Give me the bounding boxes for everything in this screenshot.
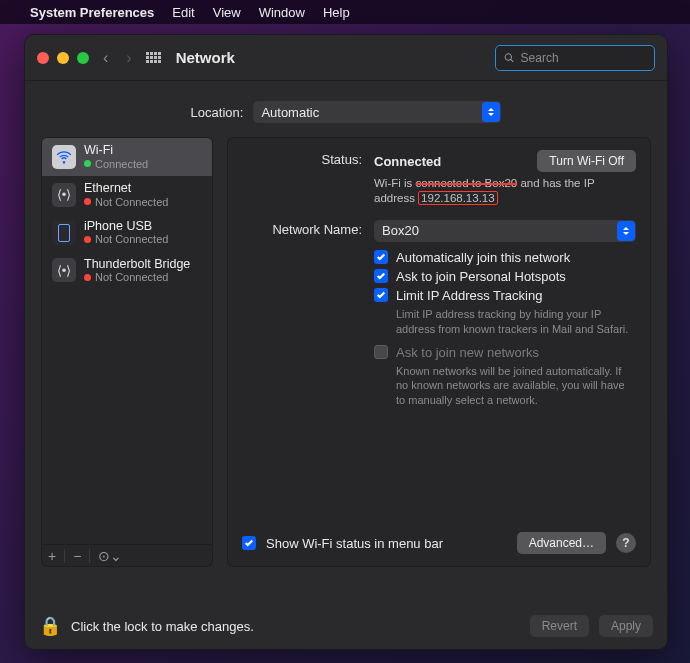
menu-view[interactable]: View [213, 5, 241, 20]
interface-status: Connected [95, 158, 148, 170]
help-button[interactable]: ? [616, 533, 636, 553]
network-name-value: Box20 [382, 223, 419, 238]
window-toolbar: ‹ › Network [25, 35, 667, 81]
popup-arrows-icon [482, 102, 500, 122]
limit-ip-checkbox[interactable] [374, 288, 388, 302]
highlighted-ip: 192.168.13.13 [418, 191, 498, 205]
interface-ethernet[interactable]: ⟨•⟩ Ethernet Not Connected [42, 176, 212, 214]
menu-edit[interactable]: Edit [172, 5, 194, 20]
remove-interface-button[interactable]: − [73, 549, 81, 563]
location-popup[interactable]: Automatic [253, 101, 501, 123]
status-dot-icon [84, 198, 91, 205]
status-value: Connected [374, 154, 441, 169]
location-label: Location: [191, 105, 244, 120]
back-button[interactable]: ‹ [99, 49, 112, 67]
turn-wifi-off-button[interactable]: Turn Wi-Fi Off [537, 150, 636, 172]
lock-text: Click the lock to make changes. [71, 619, 254, 634]
interface-name: Wi-Fi [84, 144, 148, 158]
location-row: Location: Automatic [25, 81, 667, 137]
network-name-popup[interactable]: Box20 [374, 220, 636, 242]
ask-join-checkbox[interactable] [374, 345, 388, 359]
search-icon [504, 52, 515, 64]
advanced-button[interactable]: Advanced… [517, 532, 606, 554]
minimize-button[interactable] [57, 52, 69, 64]
popup-arrows-icon [617, 221, 635, 241]
limit-ip-description: Limit IP address tracking by hiding your… [396, 307, 636, 337]
strike-text: connected to Box20 [416, 177, 518, 189]
status-dot-icon [84, 274, 91, 281]
status-label: Status: [242, 150, 362, 206]
window-title: Network [176, 49, 235, 66]
interface-name: iPhone USB [84, 220, 168, 234]
detail-panel: Status: Connected Turn Wi-Fi Off Wi-Fi i… [227, 137, 651, 567]
interface-list[interactable]: Wi-Fi Connected ⟨•⟩ Ethernet Not Connect… [41, 137, 213, 545]
menu-bar: System Preferences Edit View Window Help [0, 0, 690, 24]
zoom-button[interactable] [77, 52, 89, 64]
window-bottom-bar: 🔒 Click the lock to make changes. Revert… [39, 615, 653, 637]
interface-status: Not Connected [95, 196, 168, 208]
ethernet-icon: ⟨•⟩ [52, 183, 76, 207]
ask-join-description: Known networks will be joined automatica… [396, 364, 636, 409]
interface-sidebar: Wi-Fi Connected ⟨•⟩ Ethernet Not Connect… [41, 137, 213, 567]
apply-button[interactable]: Apply [599, 615, 653, 637]
status-description: Wi-Fi is connected to Box20 and has the … [374, 176, 636, 206]
show-all-button[interactable] [146, 50, 162, 66]
show-status-label: Show Wi-Fi status in menu bar [266, 536, 443, 551]
wifi-icon [52, 145, 76, 169]
auto-join-label: Automatically join this network [396, 250, 570, 265]
location-value: Automatic [261, 105, 319, 120]
menu-window[interactable]: Window [259, 5, 305, 20]
lock-icon[interactable]: 🔒 [39, 615, 61, 637]
ask-hotspot-label: Ask to join Personal Hotspots [396, 269, 566, 284]
revert-button[interactable]: Revert [530, 615, 589, 637]
interface-wifi[interactable]: Wi-Fi Connected [42, 138, 212, 176]
auto-join-checkbox[interactable] [374, 250, 388, 264]
interface-iphone-usb[interactable]: iPhone USB Not Connected [42, 214, 212, 252]
forward-button[interactable]: › [122, 49, 135, 67]
menu-help[interactable]: Help [323, 5, 350, 20]
menu-app[interactable]: System Preferences [30, 5, 154, 20]
limit-ip-label: Limit IP Address Tracking [396, 288, 542, 303]
show-status-checkbox[interactable] [242, 536, 256, 550]
add-interface-button[interactable]: + [48, 549, 56, 563]
search-input[interactable] [521, 51, 646, 65]
search-field[interactable] [495, 45, 655, 71]
interface-status: Not Connected [95, 233, 168, 245]
interface-actions-menu[interactable]: ⊙⌄ [98, 549, 122, 563]
interface-status: Not Connected [95, 271, 168, 283]
ask-hotspot-checkbox[interactable] [374, 269, 388, 283]
interface-name: Ethernet [84, 182, 168, 196]
traffic-lights [37, 52, 89, 64]
network-name-label: Network Name: [242, 220, 362, 416]
iphone-icon [52, 221, 76, 245]
interface-name: Thunderbolt Bridge [84, 258, 190, 272]
thunderbolt-icon: ⟨•⟩ [52, 258, 76, 282]
status-dot-icon [84, 160, 91, 167]
preferences-window: ‹ › Network Location: Automatic Wi-Fi Co… [24, 34, 668, 650]
sidebar-footer: + − ⊙⌄ [41, 545, 213, 567]
close-button[interactable] [37, 52, 49, 64]
status-dot-icon [84, 236, 91, 243]
interface-thunderbolt[interactable]: ⟨•⟩ Thunderbolt Bridge Not Connected [42, 252, 212, 290]
ask-join-label: Ask to join new networks [396, 345, 539, 360]
